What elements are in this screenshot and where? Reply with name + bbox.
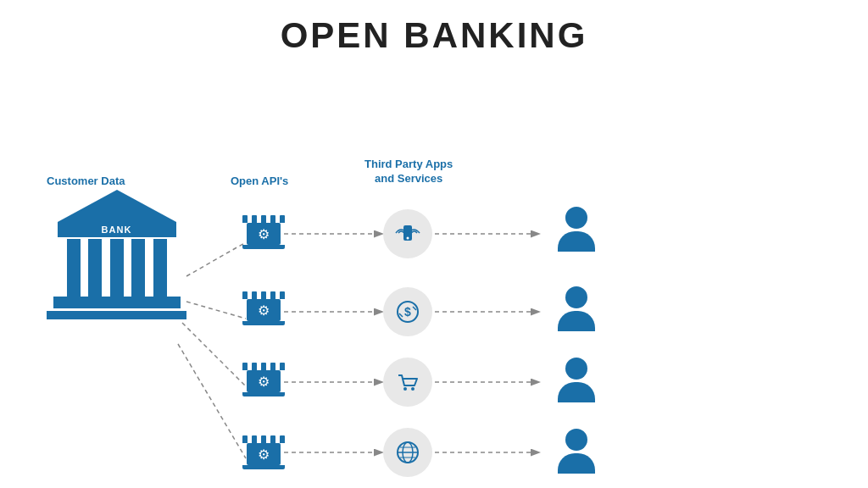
bank-columns [62, 237, 172, 297]
svg-line-3 [178, 344, 246, 458]
bank-column-4 [131, 239, 145, 297]
bank-base [53, 297, 181, 308]
person-icon-3 [558, 358, 595, 402]
bank-column-1 [67, 239, 81, 297]
api-icon-2: ⚙ [242, 291, 285, 325]
circle-icon-globe [383, 428, 432, 477]
bank-bottom [47, 311, 186, 319]
diagram: Customer Data BANK Open API's [0, 64, 868, 488]
svg-line-1 [186, 302, 246, 319]
bank-column-3 [110, 239, 124, 297]
bank-building: BANK [47, 190, 186, 319]
page-title: OPEN BANKING [281, 15, 588, 56]
circle-icon-finance: $ [383, 287, 432, 336]
circle-icon-shopping [383, 358, 432, 407]
third-party-label: Third Party Apps and Services [364, 158, 453, 186]
api-icon-3: ⚙ [242, 363, 285, 396]
bank-column-5 [153, 239, 167, 297]
bank-roof [58, 190, 176, 222]
customer-data-label: Customer Data [47, 175, 125, 187]
svg-line-0 [186, 242, 246, 276]
open-apis-label: Open API's [231, 175, 288, 187]
person-icon-4 [558, 429, 595, 474]
circle-icon-mobile [383, 209, 432, 258]
person-icon-2 [558, 286, 595, 331]
page: OPEN BANKING [0, 0, 868, 488]
api-icon-4: ⚙ [242, 435, 285, 469]
bank-column-2 [88, 239, 102, 297]
svg-point-17 [411, 387, 415, 391]
svg-point-16 [403, 387, 407, 391]
bank-entablature: BANK [58, 222, 176, 237]
api-icon-1: ⚙ [242, 215, 285, 249]
svg-point-13 [407, 237, 409, 240]
person-icon-1 [558, 207, 595, 252]
svg-line-2 [182, 323, 246, 386]
svg-text:$: $ [404, 305, 411, 319]
bank-label: BANK [102, 225, 132, 235]
